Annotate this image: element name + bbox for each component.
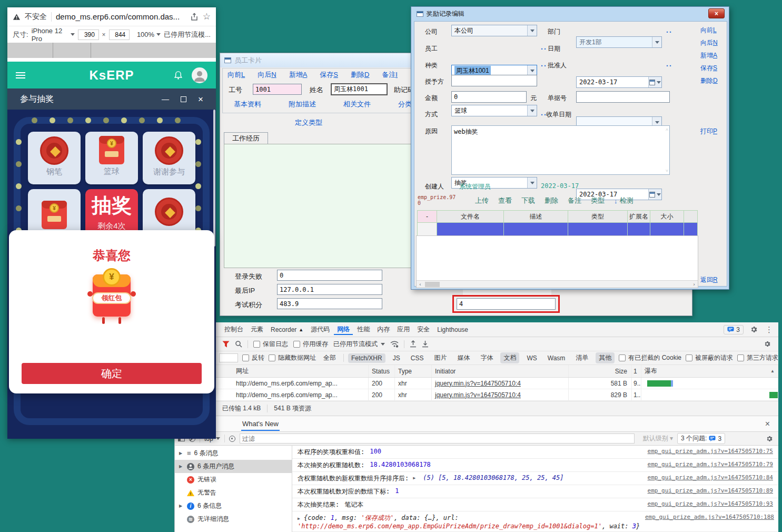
sidebar-verbose[interactable]: ≋ 无详细消息 [175, 513, 292, 526]
kind-select[interactable]: 篮球 [451, 105, 537, 116]
table-row-cell[interactable] [684, 223, 698, 236]
filter-pill-fetch-xhr[interactable]: Fetch/XHR [348, 353, 385, 363]
third-party-checkbox[interactable]: 第三方请求 [737, 353, 778, 362]
note-button[interactable]: 备注 [568, 196, 581, 205]
scroll-down-icon[interactable]: ˅ [666, 168, 668, 173]
source-link[interactable]: emp_gui_prize_adm.js?v=1647505710:188 [639, 514, 774, 520]
network-settings-gear-icon[interactable] [764, 340, 771, 348]
company-select[interactable]: 本公司 [451, 25, 537, 36]
console-message[interactable]: 本次权重随机数对应的数组下标:1 emp_gui_prize_adm.js?v=… [292, 485, 778, 498]
tab-memory[interactable]: 内存 [374, 324, 393, 335]
sidebar-warnings[interactable]: ! 无警告 [175, 486, 292, 499]
horizontal-scrollbar[interactable]: ‹ › [417, 280, 698, 288]
sidebar-errors[interactable]: × 无错误 [175, 473, 292, 486]
zoom-select[interactable]: 100% [137, 31, 161, 38]
scroll-right-icon[interactable]: › [690, 282, 698, 287]
dlg-next-button[interactable]: 向后N [700, 38, 718, 47]
whats-new-tab[interactable]: What's New [241, 417, 280, 431]
tab-application[interactable]: 应用 [394, 324, 413, 335]
filter-pill-other[interactable]: 其他 [596, 352, 615, 363]
search-icon[interactable] [235, 340, 242, 348]
share-icon[interactable] [190, 13, 199, 21]
source-link[interactable]: emp_gui_prize_adm.js?v=1647505710:79 [641, 461, 773, 468]
maximize-icon[interactable] [181, 96, 186, 102]
type-button[interactable]: 类型 [591, 196, 605, 205]
blocked-cookies-checkbox[interactable]: 有已拦截的 Cookie [619, 353, 681, 362]
settings-gear-icon[interactable] [750, 326, 758, 333]
filter-pill-ws[interactable]: WS [523, 353, 540, 363]
invert-checkbox[interactable]: 反转 [242, 353, 264, 362]
source-link[interactable]: emp_gui_prize_adm.js?v=1647505710:84 [641, 474, 773, 481]
filter-pill-css[interactable]: CSS [408, 353, 427, 363]
table-header-cell[interactable]: 文件名 [437, 210, 504, 223]
console-object-message[interactable]: emp_gui_prize_adm.js?v=1647505710:188 ▶ … [292, 511, 778, 532]
network-row[interactable]: http://demo_ms.erp6.com/emp_ap... 200 xh… [175, 378, 778, 389]
close-button[interactable]: × [708, 8, 725, 18]
tab-recorder[interactable]: Recorder ▲ [268, 325, 306, 334]
sidebar-all-messages[interactable]: ▶ ≡ 6 条消息 [175, 447, 292, 460]
define-type-link[interactable]: 定义类型 [295, 118, 322, 127]
grantor-input[interactable] [451, 75, 537, 86]
tab-lighthouse[interactable]: Lighthouse [434, 325, 471, 334]
filter-pill-all[interactable]: 全部 [320, 352, 339, 363]
security-warning-icon[interactable] [13, 13, 21, 21]
dlg-add-button[interactable]: 新增A [700, 51, 717, 60]
console-message[interactable]: 含权重随机数的新权重数组升序排序后: ▶ (5) [5, 18.42801030… [292, 472, 778, 485]
source-link[interactable]: emp_gui_prize_adm.js?v=1647505710:75 [641, 448, 773, 455]
throttle-select[interactable]: 已停用节流模式 [333, 340, 385, 349]
filter-pill-font[interactable]: 字体 [477, 352, 496, 363]
blocked-requests-checkbox[interactable]: 被屏蔽的请求 [686, 353, 733, 362]
docno-input[interactable] [576, 91, 670, 103]
dialog-titlebar[interactable]: 奖励记录编辑 [411, 7, 729, 21]
login-fail-input[interactable]: 0 [277, 270, 382, 281]
filter-funnel-icon[interactable] [222, 341, 230, 348]
remaining-draws-input[interactable]: 4 [457, 298, 556, 310]
tab-network[interactable]: 网络 [334, 324, 353, 335]
prize-card-pen[interactable]: 钢笔 [28, 132, 81, 184]
tab-elements[interactable]: 元素 [248, 324, 266, 335]
filter-pill-wasm[interactable]: Wasm [545, 353, 569, 363]
dlg-print-button[interactable]: 打印P [700, 127, 717, 136]
amount-input[interactable]: 0 [451, 91, 527, 103]
source-link[interactable]: emp_gui_prize_adm.js?v=1647505710:93 [641, 500, 773, 507]
dlg-prev-button[interactable]: 向前L [700, 26, 717, 35]
issues-counter[interactable]: 3 个问题: 3 [677, 433, 725, 444]
avatar[interactable] [192, 67, 207, 83]
minimize-icon[interactable]: — [162, 95, 169, 103]
last-ip-input[interactable]: 127.0.0.1 [277, 284, 382, 295]
close-drawer-icon[interactable]: × [765, 419, 770, 429]
scroll-left-icon[interactable]: ‹ [417, 282, 424, 287]
export-har-icon[interactable] [422, 340, 429, 348]
dept-select[interactable]: 开发1部 [576, 36, 662, 48]
prize-card-thanks[interactable]: 谢谢参与 [143, 132, 195, 184]
work-history-tab[interactable]: 工作经历 [224, 132, 268, 144]
expand-icon[interactable]: ▶ [413, 476, 418, 480]
bell-icon[interactable] [173, 70, 183, 81]
viewport-height-input[interactable]: 844 [109, 29, 130, 40]
sidebar-user-messages[interactable]: ▶ 6 条用户消息 [175, 460, 292, 473]
issues-badge[interactable]: 3 [724, 325, 744, 334]
console-message[interactable]: 本次抽奖的权重随机数:18.4280103068178 emp_gui_priz… [292, 459, 778, 472]
dlg-return-button[interactable]: 返回R [700, 275, 718, 284]
view-button[interactable]: 查看 [498, 196, 512, 205]
tab-console[interactable]: 控制台 [221, 324, 246, 335]
kind-more-button[interactable]: .. [541, 60, 547, 68]
table-row-cell[interactable] [650, 223, 684, 236]
emp-no-input[interactable]: 1001 [253, 84, 302, 95]
tab-extra-desc[interactable]: 附加描述 [289, 100, 316, 109]
live-expression-icon[interactable] [229, 436, 235, 442]
exam-score-input[interactable]: 483.9 [277, 298, 382, 309]
dlg-delete-button[interactable]: 删除D [700, 76, 718, 85]
network-table-header[interactable]: 网址 Status Type Initiator Size 1 瀑布 ▲ [175, 365, 778, 378]
viewport-width-input[interactable]: 390 [78, 29, 98, 40]
scroll-thumb[interactable] [425, 282, 440, 287]
filter-pill-media[interactable]: 媒体 [454, 352, 473, 363]
download-button[interactable]: 下载 [521, 196, 535, 205]
table-header-cell[interactable]: 描述 [504, 210, 568, 223]
prize-card-basketball[interactable]: 篮球 [85, 132, 138, 184]
preserve-log-checkbox[interactable]: 保留日志 [253, 340, 288, 349]
table-row-cell[interactable] [437, 223, 504, 236]
network-row[interactable]: http://demo_ms.erp6.com/emp_ap... 200 xh… [175, 389, 778, 401]
approver-more-button[interactable]: .. [666, 60, 672, 68]
console-message[interactable]: 本次抽奖结果:笔记本 emp_gui_prize_adm.js?v=164750… [292, 498, 778, 511]
